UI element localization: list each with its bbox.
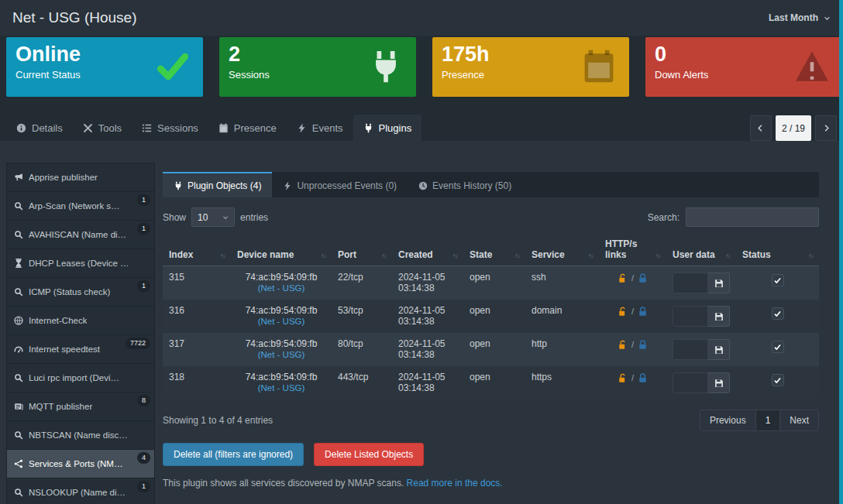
search-icon	[14, 230, 23, 239]
sort-icon	[655, 252, 660, 260]
tab-details[interactable]: Details	[6, 115, 73, 141]
delete-all-button[interactable]: Delete all (filters are ignored)	[163, 443, 304, 466]
sidebar-item-luci-rpc-import-devi[interactable]: Luci rpc import (Devi…	[6, 363, 155, 393]
cell-created: 2024-11-05 03:14:38	[392, 300, 463, 333]
column-label: Service	[532, 249, 565, 260]
megaphone-icon	[14, 173, 23, 182]
unlock-icon[interactable]	[618, 273, 628, 283]
sidebar-item-icmp-status-check[interactable]: ICMP (Status check) 1	[6, 277, 155, 307]
user-data-input[interactable]	[673, 306, 708, 327]
column-header-http-s-links[interactable]: HTTP/s links	[599, 238, 666, 260]
page-previous-button[interactable]: Previous	[700, 410, 756, 431]
plugin-tab-bar: Plugin Objects (4) Unprocessed Events (0…	[163, 172, 819, 197]
lock-icon[interactable]	[638, 373, 648, 383]
column-header-index[interactable]: Index	[163, 238, 231, 260]
plug-icon	[363, 123, 373, 133]
save-button[interactable]	[708, 273, 730, 293]
page-next-button[interactable]: Next	[779, 410, 819, 431]
unlock-icon[interactable]	[618, 373, 628, 383]
sidebar-item-arp-scan-network-s[interactable]: Arp-Scan (Network s… 1	[6, 191, 155, 221]
cell-state: open	[463, 333, 525, 366]
docs-link[interactable]: Read more in the docs.	[407, 478, 503, 489]
status-checkbox[interactable]	[772, 374, 784, 386]
column-header-service[interactable]: Service	[525, 238, 599, 260]
table-footer: Showing 1 to 4 of 4 entries Previous 1 N…	[163, 410, 819, 431]
column-header-port[interactable]: Port	[332, 238, 392, 260]
stat-card-presence[interactable]: 175h Presence	[432, 37, 629, 97]
device-link[interactable]: (Net - USG)	[237, 383, 325, 393]
user-data-input[interactable]	[673, 339, 708, 360]
sidebar-item-dhcp-leases-device[interactable]: DHCP Leases (Device …	[6, 249, 155, 278]
page-size-control: Show 10 entries	[163, 207, 268, 227]
unlock-icon[interactable]	[618, 340, 628, 350]
sidebar-item-nslookup-name-di[interactable]: NSLOOKUP (Name di… 1	[6, 478, 155, 504]
sidebar-item-nbtscan-name-disc[interactable]: NBTSCAN (Name disc…	[6, 420, 155, 450]
unlock-icon[interactable]	[618, 307, 628, 317]
save-button[interactable]	[708, 339, 730, 360]
prev-device-button[interactable]	[750, 115, 772, 141]
sidebar-item-services-ports-nm[interactable]: Services & Ports (NM… 4	[6, 449, 155, 478]
plugin-tab-plugin-objects-4[interactable]: Plugin Objects (4)	[163, 172, 272, 197]
tab-plugins[interactable]: Plugins	[353, 115, 422, 141]
tab-events[interactable]: Events	[287, 115, 353, 141]
column-header-created[interactable]: Created	[392, 238, 463, 260]
tab-sessions[interactable]: Sessions	[132, 115, 208, 141]
cell-status	[736, 266, 819, 300]
lock-icon[interactable]	[638, 340, 648, 350]
count-badge: 1	[137, 194, 150, 206]
save-button[interactable]	[708, 372, 730, 393]
sidebar-item-internet-check[interactable]: Internet-Check	[6, 306, 155, 335]
device-link[interactable]: (Net - USG)	[237, 283, 325, 293]
sidebar-item-avahiscan-name-di[interactable]: AVAHISCAN (Name di… 1	[6, 220, 155, 249]
sidebar-item-internet-speedtest[interactable]: Internet speedtest 7722	[6, 334, 155, 364]
stat-card-current-status[interactable]: Online Current Status	[6, 37, 203, 97]
check-icon	[774, 277, 781, 284]
column-header-user-data[interactable]: User data	[666, 238, 736, 260]
cell-service: https	[525, 366, 599, 399]
plugin-tab-label: Plugin Objects (4)	[188, 180, 261, 191]
sidebar-item-apprise-publisher[interactable]: Apprise publisher	[6, 163, 155, 192]
plugin-tab-events-history-50[interactable]: Events History (50)	[408, 172, 522, 197]
column-header-device-name[interactable]: Device name	[231, 238, 332, 260]
status-checkbox[interactable]	[772, 307, 784, 320]
page-1-button[interactable]: 1	[755, 410, 781, 431]
status-checkbox[interactable]	[772, 274, 784, 286]
period-selector[interactable]: Last Month	[769, 12, 831, 23]
check-icon	[155, 49, 191, 84]
stat-card-down-alerts[interactable]: 0 Down Alerts	[645, 37, 842, 97]
column-header-state[interactable]: State	[463, 238, 525, 260]
cell-port: 22/tcp	[332, 266, 392, 300]
tab-label: Sessions	[157, 122, 198, 134]
user-data-input[interactable]	[673, 273, 708, 293]
plugin-tab-unprocessed-events-0[interactable]: Unprocessed Events (0)	[272, 172, 408, 197]
sidebar-item-label: Luci rpc import (Devi…	[29, 373, 119, 382]
scrollbar[interactable]	[839, 0, 843, 504]
status-checkbox[interactable]	[772, 341, 784, 353]
warning-icon	[794, 49, 830, 84]
next-device-button[interactable]	[815, 115, 837, 141]
cell-port: 53/tcp	[332, 300, 392, 333]
gauge-icon	[14, 345, 23, 354]
lock-icon[interactable]	[638, 307, 648, 317]
calendar-icon	[218, 123, 229, 133]
column-header-status[interactable]: Status	[736, 238, 819, 260]
search-control: Search:	[648, 207, 819, 227]
delete-listed-button[interactable]: Delete Listed Objects	[314, 443, 424, 466]
search-icon	[14, 430, 23, 440]
entries-select[interactable]: 10	[191, 207, 235, 227]
tab-tools[interactable]: Tools	[73, 115, 132, 141]
pagination: Previous 1 Next	[700, 410, 819, 431]
device-link[interactable]: (Net - USG)	[237, 350, 325, 359]
device-link[interactable]: (Net - USG)	[237, 317, 325, 326]
sort-icon	[452, 252, 457, 260]
tab-presence[interactable]: Presence	[208, 115, 287, 141]
cell-http-links: /	[599, 300, 666, 333]
user-data-input[interactable]	[673, 372, 708, 393]
cell-state: open	[463, 266, 525, 300]
device-pager-position: 2 / 19	[776, 115, 811, 141]
lock-icon[interactable]	[638, 273, 648, 283]
save-button[interactable]	[708, 306, 730, 327]
sidebar-item-mqtt-publisher[interactable]: MQTT publisher 8	[6, 392, 155, 421]
stat-card-sessions[interactable]: 2 Sessions	[219, 37, 416, 97]
search-input[interactable]	[686, 207, 819, 227]
